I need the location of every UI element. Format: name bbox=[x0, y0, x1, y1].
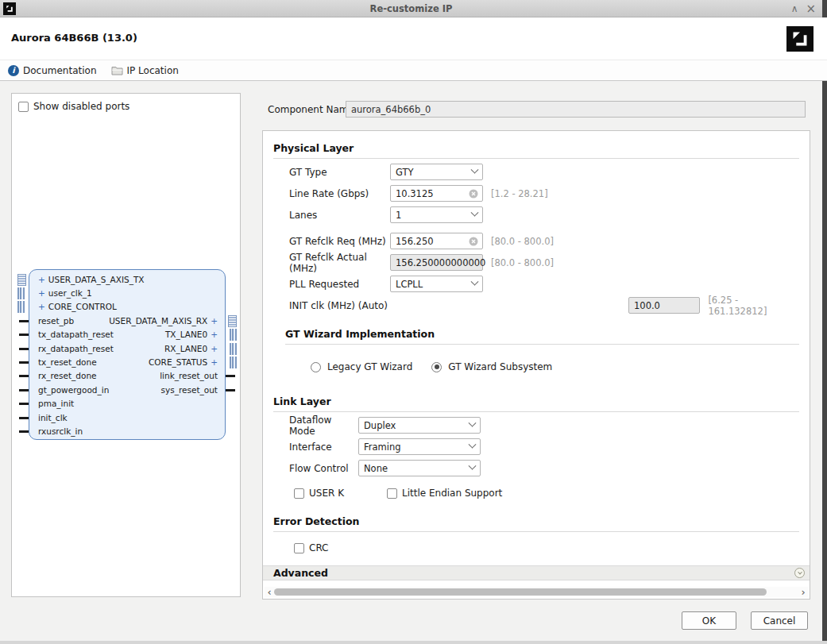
error-detection-heading: Error Detection bbox=[273, 515, 799, 532]
port-label: USER_DATA_M_AXIS_RX bbox=[109, 316, 207, 326]
horizontal-scrollbar[interactable]: ‹ › bbox=[265, 587, 808, 597]
xilinx-logo-icon bbox=[786, 26, 813, 52]
pin-icon bbox=[19, 361, 29, 364]
gt-wizard-radio-group: Legacy GT Wizard GT Wizard Subsystem bbox=[311, 361, 799, 373]
port-label: tx_reset_done bbox=[38, 357, 97, 367]
port-label: tx_datapath_reset bbox=[38, 330, 114, 339]
show-disabled-ports-checkbox[interactable] bbox=[18, 102, 29, 112]
pin-icon bbox=[19, 403, 29, 405]
diagram-row: +CORE_CONTROL bbox=[29, 300, 225, 314]
folder-icon bbox=[111, 66, 123, 75]
cancel-button-label: Cancel bbox=[763, 615, 796, 627]
interface-select[interactable]: Framing bbox=[358, 438, 481, 455]
flow-control-select[interactable]: None bbox=[358, 460, 481, 476]
port-label: init_clk bbox=[38, 413, 68, 422]
dialog-header: Aurora 64B66B (13.0) bbox=[0, 17, 827, 60]
port-label: USER_DATA_S_AXIS_TX bbox=[48, 275, 145, 284]
user-k-checkbox[interactable] bbox=[294, 488, 304, 499]
refclk-req-label: GT Refclk Req (MHz) bbox=[289, 236, 390, 247]
link-layer-checkboxes: USER K Little Endian Support bbox=[294, 487, 799, 499]
line-rate-range: [1.2 - 28.21] bbox=[491, 188, 548, 199]
gt-type-select[interactable]: GTY bbox=[390, 164, 483, 180]
ip-location-button[interactable]: IP Location bbox=[111, 65, 179, 76]
diagram-row: reset_pb USER_DATA_M_AXIS_RX+ bbox=[29, 314, 225, 327]
refclk-req-input[interactable]: 156.250 bbox=[390, 233, 483, 249]
ip-symbol-panel: Show disabled ports +USER_DATA_S_AXIS_TX… bbox=[11, 93, 241, 597]
diagram-row: pma_init bbox=[29, 397, 225, 411]
lane-bus-icon bbox=[230, 329, 237, 341]
diagram-row: init_clk bbox=[29, 411, 225, 424]
documentation-button[interactable]: i Documentation bbox=[8, 65, 97, 76]
port-expander[interactable]: + bbox=[38, 288, 45, 298]
little-endian-label: Little Endian Support bbox=[402, 488, 502, 499]
chevron-down-icon bbox=[469, 462, 477, 470]
page-title: Aurora 64B66B (13.0) bbox=[11, 32, 137, 44]
cancel-button[interactable]: Cancel bbox=[751, 611, 808, 630]
pin-icon bbox=[226, 375, 235, 377]
lane-bus-icon bbox=[230, 343, 237, 355]
pin-icon bbox=[19, 320, 29, 322]
diagram-row: rx_reset_done link_reset_out bbox=[29, 369, 225, 383]
pll-requested-row: PLL Requested LCPLL bbox=[289, 276, 799, 292]
interface-row: Interface Framing bbox=[289, 438, 799, 455]
refclk-req-value: 156.250 bbox=[396, 236, 434, 247]
link-layer-heading: Link Layer bbox=[273, 395, 799, 412]
port-expander[interactable]: + bbox=[211, 316, 218, 326]
diagram-row: tx_datapath_reset TX_LANE0+ bbox=[29, 328, 225, 341]
pin-icon bbox=[19, 389, 29, 391]
config-panel: Physical Layer GT Type GTY Line Rate (Gb… bbox=[262, 130, 810, 600]
crc-label: CRC bbox=[309, 542, 329, 553]
ip-toolbar: i Documentation IP Location bbox=[0, 60, 827, 81]
lanes-select[interactable]: 1 bbox=[390, 206, 483, 223]
clear-icon[interactable] bbox=[469, 237, 478, 246]
init-clk-value: 100.0 bbox=[634, 300, 660, 311]
little-endian-checkbox[interactable] bbox=[387, 488, 397, 499]
pin-icon bbox=[226, 389, 235, 391]
minimize-icon[interactable]: ∧ bbox=[791, 3, 798, 14]
port-expander[interactable]: + bbox=[38, 275, 45, 284]
chevron-down-icon bbox=[469, 419, 477, 427]
scrollbar-thumb[interactable] bbox=[274, 588, 767, 596]
dataflow-mode-select[interactable]: Duplex bbox=[358, 417, 481, 434]
expand-icon[interactable] bbox=[794, 568, 805, 578]
axi-bus-icon bbox=[17, 274, 26, 286]
clear-icon[interactable] bbox=[469, 189, 478, 199]
scroll-right-icon[interactable]: › bbox=[798, 588, 808, 596]
gt-wizard-subsystem-radio[interactable] bbox=[431, 362, 442, 372]
dataflow-mode-label: Dataflow Mode bbox=[289, 415, 358, 437]
scrollbar-track[interactable] bbox=[274, 588, 798, 596]
ok-button-label: OK bbox=[702, 615, 716, 627]
ip-location-label: IP Location bbox=[127, 65, 179, 76]
advanced-label: Advanced bbox=[273, 567, 328, 579]
port-label: rx_reset_done bbox=[38, 371, 97, 380]
line-rate-input[interactable]: 10.3125 bbox=[390, 185, 483, 202]
port-expander[interactable]: + bbox=[211, 344, 218, 353]
component-name-field[interactable]: aurora_64b66b_0 bbox=[346, 101, 806, 118]
close-icon[interactable]: × bbox=[806, 2, 816, 16]
status-bus-icon bbox=[230, 357, 237, 368]
port-label: CORE_CONTROL bbox=[48, 302, 117, 311]
port-expander[interactable]: + bbox=[211, 330, 218, 339]
init-clk-label: INIT clk (MHz) (Auto) bbox=[289, 300, 416, 311]
line-rate-value: 10.3125 bbox=[396, 188, 434, 199]
ok-button[interactable]: OK bbox=[682, 611, 736, 630]
port-label: user_clk_1 bbox=[48, 288, 92, 298]
crc-checkbox[interactable] bbox=[294, 543, 304, 553]
scroll-left-icon[interactable]: ‹ bbox=[265, 588, 274, 596]
physical-layer-heading: Physical Layer bbox=[273, 142, 799, 159]
pll-requested-label: PLL Requested bbox=[289, 279, 390, 290]
init-clk-field: 100.0 bbox=[628, 297, 700, 314]
chevron-down-icon bbox=[469, 441, 477, 449]
pin-icon bbox=[19, 348, 29, 350]
port-expander[interactable]: + bbox=[211, 357, 218, 367]
component-name-value: aurora_64b66b_0 bbox=[351, 104, 431, 115]
dataflow-mode-value: Duplex bbox=[364, 420, 396, 431]
legacy-gt-wizard-radio[interactable] bbox=[311, 362, 321, 372]
pll-requested-select[interactable]: LCPLL bbox=[390, 276, 483, 292]
port-label: CORE_STATUS bbox=[149, 357, 207, 367]
advanced-section-header[interactable]: Advanced bbox=[263, 565, 810, 580]
chevron-down-icon bbox=[471, 166, 479, 174]
pll-requested-value: LCPLL bbox=[396, 279, 423, 290]
port-expander[interactable]: + bbox=[38, 302, 45, 311]
gt-type-row: GT Type GTY bbox=[289, 164, 799, 180]
